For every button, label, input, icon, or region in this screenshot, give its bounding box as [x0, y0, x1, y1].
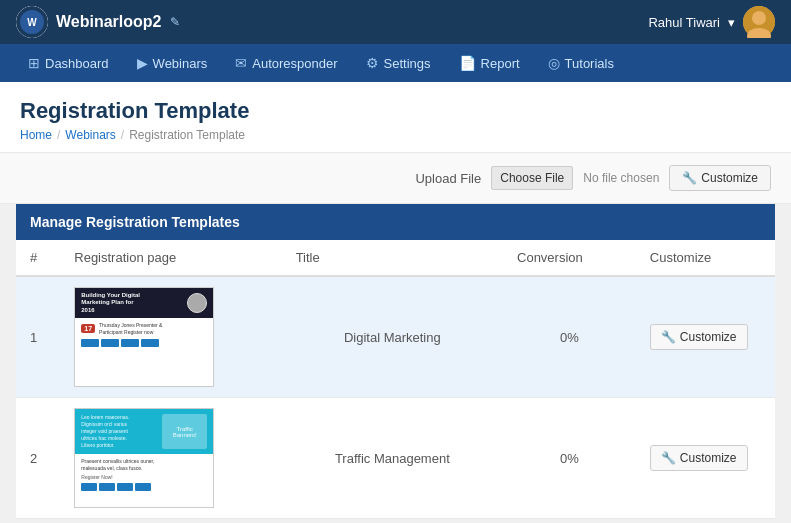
- table-header-row: # Registration page Title Conversion Cus…: [16, 240, 775, 276]
- svg-text:W: W: [27, 17, 37, 28]
- upload-area: Upload File Choose File No file chosen 🔧…: [0, 153, 791, 204]
- upload-customize-label: Customize: [701, 171, 758, 185]
- nav-label-dashboard: Dashboard: [45, 56, 109, 71]
- preview-1-date: 17 Thursday Jones Presenter &Participant…: [81, 322, 207, 335]
- col-header-conversion: Conversion: [503, 240, 636, 276]
- preview-1-title: Building Your DigitalMarketing Plan for2…: [81, 292, 183, 314]
- nav-item-report[interactable]: 📄 Report: [447, 47, 532, 79]
- preview-2-body: Praesent convallis ultrices ouner,malesu…: [75, 454, 213, 495]
- preview-2-body-text: Praesent convallis ultrices ouner,malesu…: [81, 458, 207, 471]
- nav-label-tutorials: Tutorials: [565, 56, 614, 71]
- nav-item-dashboard[interactable]: ⊞ Dashboard: [16, 47, 121, 79]
- row-1-title: Digital Marketing: [282, 276, 503, 398]
- nav-label-report: Report: [481, 56, 520, 71]
- dashboard-icon: ⊞: [28, 55, 40, 71]
- row-2-preview: Leo lorem maecenas.Dignissim orcl varius…: [60, 398, 281, 519]
- breadcrumb-sep-1: /: [57, 128, 60, 142]
- row-1-customize-cell: 🔧 Customize: [636, 276, 775, 398]
- table-row: 2 Leo lorem maecenas.Dignissim orcl vari…: [16, 398, 775, 519]
- page-content: Registration Template Home / Webinars / …: [0, 82, 791, 523]
- wrench-icon-2: 🔧: [661, 451, 676, 465]
- row-2-customize-cell: 🔧 Customize: [636, 398, 775, 519]
- row-1-num: 1: [16, 276, 60, 398]
- table-section: Manage Registration Templates # Registra…: [0, 204, 791, 523]
- breadcrumb-webinars[interactable]: Webinars: [65, 128, 115, 142]
- row-1-preview: Building Your DigitalMarketing Plan for2…: [60, 276, 281, 398]
- col-header-preview: Registration page: [60, 240, 281, 276]
- nav-item-autoresponder[interactable]: ✉ Autoresponder: [223, 47, 349, 79]
- row-2-conversion: 0%: [503, 398, 636, 519]
- wrench-icon-header: 🔧: [682, 171, 697, 185]
- preview-1-calendar: 17: [81, 324, 95, 333]
- preview-2-left: Leo lorem maecenas.Dignissim orcl varius…: [81, 414, 158, 449]
- template-preview-1: Building Your DigitalMarketing Plan for2…: [74, 287, 214, 387]
- row-1-customize-label: Customize: [680, 330, 737, 344]
- preview-2-box-1: [81, 483, 97, 491]
- logo-area: W Webinarloop2 ✎: [16, 6, 180, 38]
- template-preview-2: Leo lorem maecenas.Dignissim orcl varius…: [74, 408, 214, 508]
- webinars-icon: ▶: [137, 55, 148, 71]
- nav-label-autoresponder: Autoresponder: [252, 56, 337, 71]
- preview-1-body: 17 Thursday Jones Presenter &Participant…: [75, 318, 213, 351]
- user-area: Rahul Tiwari ▾: [648, 6, 775, 38]
- top-header: W Webinarloop2 ✎ Rahul Tiwari ▾: [0, 0, 791, 44]
- nav-label-settings: Settings: [384, 56, 431, 71]
- row-2-customize-button[interactable]: 🔧 Customize: [650, 445, 748, 471]
- preview-1-box-3: [121, 339, 139, 347]
- upload-label: Upload File: [415, 171, 481, 186]
- preview-1-box-2: [101, 339, 119, 347]
- autoresponder-icon: ✉: [235, 55, 247, 71]
- logo-text: Webinarloop2: [56, 13, 162, 31]
- col-header-title: Title: [282, 240, 503, 276]
- settings-icon: ⚙: [366, 55, 379, 71]
- row-2-customize-label: Customize: [680, 451, 737, 465]
- nav-label-webinars: Webinars: [153, 56, 208, 71]
- preview-1-avatar: [187, 293, 207, 313]
- preview-1-box-1: [81, 339, 99, 347]
- table-row: 1 Building Your DigitalMarketing Plan fo…: [16, 276, 775, 398]
- choose-file-button[interactable]: Choose File: [491, 166, 573, 190]
- preview-1-text: Thursday Jones Presenter &Participant Re…: [99, 322, 162, 335]
- preview-2-box-3: [117, 483, 133, 491]
- row-2-title: Traffic Management: [282, 398, 503, 519]
- row-1-conversion: 0%: [503, 276, 636, 398]
- preview-2-box-4: [135, 483, 151, 491]
- no-file-text: No file chosen: [583, 171, 659, 185]
- row-1-customize-button[interactable]: 🔧 Customize: [650, 324, 748, 350]
- breadcrumb-home[interactable]: Home: [20, 128, 52, 142]
- page-title-area: Registration Template Home / Webinars / …: [0, 82, 791, 153]
- preview-1-box-4: [141, 339, 159, 347]
- preview-2-header: Leo lorem maecenas.Dignissim orcl varius…: [75, 409, 213, 454]
- breadcrumb-sep-2: /: [121, 128, 124, 142]
- nav-item-webinars[interactable]: ▶ Webinars: [125, 47, 220, 79]
- preview-2-register: Register Now!: [81, 474, 207, 480]
- tutorials-icon: ◎: [548, 55, 560, 71]
- svg-point-4: [752, 11, 766, 25]
- user-name: Rahul Tiwari: [648, 15, 720, 30]
- wrench-icon-1: 🔧: [661, 330, 676, 344]
- nav-item-tutorials[interactable]: ◎ Tutorials: [536, 47, 626, 79]
- main-nav: ⊞ Dashboard ▶ Webinars ✉ Autoresponder ⚙…: [0, 44, 791, 82]
- breadcrumb-current: Registration Template: [129, 128, 245, 142]
- col-header-num: #: [16, 240, 60, 276]
- preview-2-social-boxes: [81, 483, 207, 491]
- user-chevron[interactable]: ▾: [728, 15, 735, 30]
- preview-1-header: Building Your DigitalMarketing Plan for2…: [75, 288, 213, 318]
- preview-1-social-boxes: [81, 339, 207, 347]
- breadcrumb: Home / Webinars / Registration Template: [20, 128, 771, 142]
- preview-2-traffic-banner: Traffic Banners!: [162, 414, 207, 449]
- edit-icon[interactable]: ✎: [170, 15, 180, 29]
- nav-item-settings[interactable]: ⚙ Settings: [354, 47, 443, 79]
- report-icon: 📄: [459, 55, 476, 71]
- preview-2-left-text: Leo lorem maecenas.Dignissim orcl varius…: [81, 414, 158, 449]
- logo-image: W: [16, 6, 48, 38]
- table-header-bar: Manage Registration Templates: [16, 204, 775, 240]
- upload-customize-button[interactable]: 🔧 Customize: [669, 165, 771, 191]
- page-title: Registration Template: [20, 98, 771, 124]
- template-table: # Registration page Title Conversion Cus…: [16, 240, 775, 519]
- col-header-customize: Customize: [636, 240, 775, 276]
- preview-2-box-2: [99, 483, 115, 491]
- row-2-num: 2: [16, 398, 60, 519]
- avatar[interactable]: [743, 6, 775, 38]
